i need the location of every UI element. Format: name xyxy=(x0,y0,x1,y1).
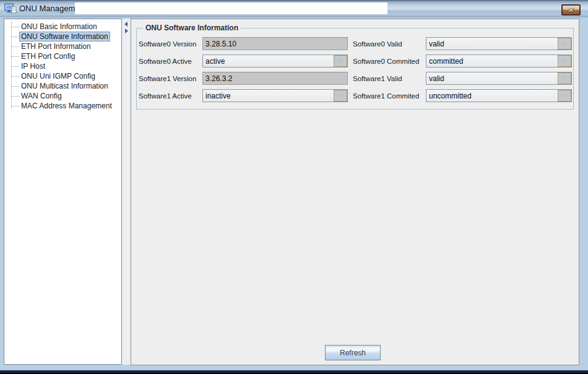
main-panel: ONU Software Information Software0 Versi… xyxy=(131,19,579,365)
software1-commited-combobox[interactable]: uncommitted xyxy=(426,89,572,102)
sidebar-item-eth-port-config[interactable]: ETH Port Config xyxy=(4,51,121,61)
combo-dropdown-button[interactable] xyxy=(558,38,571,50)
chevron-down-icon xyxy=(337,94,344,98)
chevron-down-icon xyxy=(561,42,568,46)
onu-management-window: ONU Management( ✕ ONU Basic Information … xyxy=(0,0,588,374)
software0-version-field[interactable]: 3.28.5.10 xyxy=(202,37,348,50)
combo-dropdown-button[interactable] xyxy=(558,90,571,102)
sidebar-item-mac-address-management[interactable]: MAC Address Management xyxy=(4,101,121,111)
software1-valid-label: Software1 Valid xyxy=(348,75,426,82)
split-expand-right-icon[interactable] xyxy=(125,28,128,33)
chevron-down-icon xyxy=(561,59,568,63)
sidebar-item-onu-multicast-information[interactable]: ONU Multicast Information xyxy=(4,81,121,91)
sidebar-item-onu-software-information[interactable]: ONU Software Information xyxy=(4,32,121,41)
software0-active-label: Software0 Active xyxy=(139,58,202,65)
chevron-down-icon xyxy=(561,77,568,80)
split-pane-divider[interactable] xyxy=(122,19,131,365)
sidebar-item-onu-uni-igmp-config[interactable]: ONU Uni IGMP Config xyxy=(4,71,121,81)
software0-valid-combobox[interactable]: valid xyxy=(426,37,572,50)
sidebar-item-eth-port-information[interactable]: ETH Port Information xyxy=(4,41,121,51)
sidebar-item-wan-config[interactable]: WAN Config xyxy=(4,91,121,101)
software0-commited-label: Software0 Commited xyxy=(348,58,426,65)
software1-valid-combobox[interactable]: valid xyxy=(426,72,572,85)
software1-version-field[interactable]: 3.26.3.2 xyxy=(202,72,348,85)
software-information-groupbox: ONU Software Information Software0 Versi… xyxy=(136,28,574,110)
software1-active-combobox[interactable]: inactive xyxy=(202,89,348,102)
combo-dropdown-button[interactable] xyxy=(558,55,571,67)
sidebar-item-onu-basic-information[interactable]: ONU Basic Information xyxy=(4,22,121,32)
software0-commited-combobox[interactable]: committed xyxy=(426,54,572,67)
navigation-tree: ONU Basic Information ONU Software Infor… xyxy=(4,22,121,111)
software1-commited-label: Software1 Commited xyxy=(348,92,426,100)
combo-dropdown-button[interactable] xyxy=(334,90,347,102)
close-icon: ✕ xyxy=(568,7,574,14)
window-icon xyxy=(4,3,17,14)
refresh-button[interactable]: Refresh xyxy=(325,345,381,360)
software1-version-label: Software1 Version xyxy=(139,75,202,82)
close-button[interactable]: ✕ xyxy=(561,4,581,15)
groupbox-title: ONU Software Information xyxy=(143,24,241,32)
software0-valid-label: Software0 Valid xyxy=(348,40,426,48)
navigation-sidebar: ONU Basic Information ONU Software Infor… xyxy=(4,19,122,365)
title-bar[interactable]: ONU Management( ✕ xyxy=(0,0,588,17)
title-input[interactable] xyxy=(75,2,387,14)
software0-active-combobox[interactable]: active xyxy=(202,54,348,67)
sidebar-item-ip-host[interactable]: IP Host xyxy=(4,61,121,71)
field-grid: Software0 Version 3.28.5.10 Software0 Va… xyxy=(139,37,572,102)
combo-dropdown-button[interactable] xyxy=(558,72,571,84)
split-collapse-left-icon[interactable] xyxy=(124,22,128,27)
chevron-down-icon xyxy=(337,59,344,63)
combo-dropdown-button[interactable] xyxy=(334,55,347,67)
software0-version-label: Software0 Version xyxy=(139,40,202,48)
chevron-down-icon xyxy=(561,94,568,98)
software1-active-label: Software1 Active xyxy=(139,92,202,100)
